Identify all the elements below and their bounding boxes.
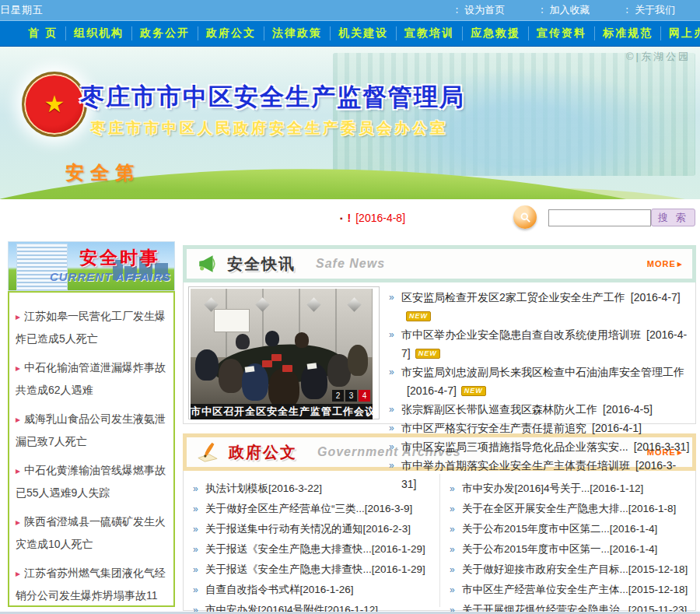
news-item[interactable]: »市中区严格实行安全生产责任提前追究[2016-4-1]: [389, 419, 691, 437]
doc-item[interactable]: »关于报送集中行动有关情况的通知[2016-2-3]: [193, 519, 432, 539]
exclamation-icon: !: [348, 212, 352, 224]
doc-item[interactable]: »关于公布2015年度市中区第二...[2016-1-4]: [450, 519, 688, 539]
news-photo-box[interactable]: 2 3 4 市中区召开全区安全生产监管工作会议: [188, 286, 380, 419]
nav-item-gov-documents[interactable]: 政府公文: [198, 26, 264, 40]
double-arrow-icon: »: [450, 479, 455, 499]
news-item[interactable]: »市中区安监局三项措施指导危化品企业落实安...[2016-3-31]: [389, 437, 691, 456]
double-arrow-icon: »: [193, 560, 198, 580]
news-date: [2016-4-5]: [603, 403, 653, 416]
news-date: [2016-3-31]: [634, 440, 690, 453]
nav-item-training[interactable]: 宣教培训: [396, 26, 462, 40]
new-badge: NEW: [415, 349, 440, 359]
photo-pagination: 2 3 4: [332, 390, 370, 402]
doc-link[interactable]: 关于报送集中行动有关情况的通知: [205, 523, 363, 535]
doc-link[interactable]: 市中安办发[2016]4号关于...: [462, 482, 590, 494]
news-item[interactable]: »市安监局刘忠波副局长来我区检查中石油油库安全管理工作[2016-4-7]NEW: [389, 363, 691, 400]
content-column: 安全快讯 Safe News MORE ▶: [183, 245, 696, 611]
notice-marquee[interactable]: ▪ ! [2016-4-8]: [340, 212, 405, 224]
doc-date: [2015-12-18]: [628, 584, 688, 595]
colon-icon: ∶: [456, 5, 458, 16]
nav-item-publicity[interactable]: 宣传资料: [528, 26, 594, 40]
person-silhouette: [265, 331, 279, 346]
double-arrow-icon: »: [389, 437, 394, 456]
doc-item[interactable]: »关于报送《安全生产隐患大排查快...[2016-1-29]: [193, 539, 432, 560]
doc-item[interactable]: »关于在全区开展安全生产隐患大排...[2016-1-8]: [450, 499, 688, 519]
about-us-label: 关于我们: [635, 3, 675, 17]
search-input[interactable]: [548, 209, 651, 226]
news-link[interactable]: 市安监局刘忠波副局长来我区检查中石油油库安全管理工作: [401, 366, 684, 378]
doc-link[interactable]: 关于做好迎接市政府安全生产目标...: [462, 563, 628, 575]
safety-slogan: 安全第: [65, 160, 140, 185]
set-homepage-label: 设为首页: [464, 3, 505, 17]
nav-item-home[interactable]: 首 页: [20, 26, 65, 40]
news-link[interactable]: 张宗辉副区长带队巡查我区森林防火工作: [401, 403, 597, 416]
nav-item-law-policy[interactable]: 法律政策: [264, 26, 330, 40]
nav-item-standards[interactable]: 标准规范: [594, 26, 660, 40]
person-silhouette: [348, 345, 368, 376]
photo-caption[interactable]: 市中区召开全区安全生产监管工作会议: [191, 404, 373, 419]
double-arrow-icon: »: [450, 560, 455, 580]
sidebar-news-item[interactable]: ▸江苏如皋一民营化工厂发生爆炸已造成5人死亡: [16, 305, 167, 349]
colon-icon: ∶: [541, 5, 543, 16]
add-favorites-link[interactable]: ∶ 加入收藏: [541, 3, 590, 17]
doc-link[interactable]: 市中区生产经营单位安全生产主体...: [462, 584, 628, 595]
doc-link[interactable]: 关于做好全区生产经营单位“三类...: [205, 503, 365, 514]
safe-news-body: 2 3 4 市中区召开全区安全生产监管工作会议 »区安监局检查开发区2家工贸企业…: [183, 282, 696, 424]
news-item[interactable]: »区安监局检查开发区2家工贸企业安全生产工作[2016-4-7]NEW: [389, 288, 691, 325]
doc-item[interactable]: »自查自改指令书式样[2016-1-26]: [193, 580, 432, 600]
doc-link[interactable]: 关于公布2015年度市中区第二...: [462, 523, 610, 535]
double-arrow-icon: »: [193, 539, 198, 560]
nav-item-organization[interactable]: 组织机构: [65, 26, 131, 40]
sidebar-news-item[interactable]: ▸中石化输油管道泄漏爆炸事故共造成62人遇难: [16, 356, 167, 401]
pagination-page-2[interactable]: 2: [332, 390, 344, 402]
nav-item-online-service[interactable]: 网上办事: [660, 26, 700, 40]
doc-link[interactable]: 执法计划模板: [205, 482, 268, 494]
current-date-label: 日星期五: [0, 3, 44, 17]
site-title: 枣庄市市中区安全生产监督管理局: [80, 81, 465, 114]
set-homepage-link[interactable]: ∶ 设为首页: [456, 3, 505, 17]
news-date: [2016-4-7]: [631, 291, 681, 303]
person-silhouette: [268, 368, 299, 409]
doc-link[interactable]: 关于在全区开展安全生产隐患大排...: [462, 503, 628, 514]
doc-date: [2016-3-9]: [365, 503, 413, 514]
news-date: [2016-4-7]: [407, 384, 457, 397]
doc-item[interactable]: »关于做好迎接市政府安全生产目标...[2015-12-18]: [450, 560, 688, 580]
sidebar-news-item[interactable]: ▸威海乳山食品公司发生液氨泄漏已致7人死亡: [16, 408, 167, 452]
gov-docs-right-column: »市中安办发[2016]4号关于...[2016-1-12] »关于在全区开展安…: [439, 474, 695, 607]
news-link[interactable]: 市中区举办企业安全隐患自查自改系统使用培训班: [401, 328, 641, 341]
double-arrow-icon: »: [450, 519, 455, 539]
news-link[interactable]: 市中区安监局三项措施指导危化品企业落实安...: [401, 440, 628, 453]
pagination-page-3[interactable]: 3: [345, 390, 357, 402]
doc-item[interactable]: »执法计划模板[2016-3-22]: [193, 479, 432, 499]
doc-item[interactable]: »关于公布2015年度市中区第一...[2016-1-4]: [450, 539, 688, 560]
doc-link[interactable]: 关于公布2015年度市中区第一...: [462, 543, 610, 555]
doc-item[interactable]: »关于报送《安全生产隐患大排查快...[2016-1-29]: [193, 560, 432, 580]
search-button[interactable]: 搜 索: [651, 209, 695, 226]
main-content: 安全时事 CURRENT AFFAIRS ▸江苏如皋一民营化工厂发生爆炸已造成5…: [0, 241, 700, 611]
doc-link[interactable]: 自查自改指令书式样: [205, 584, 300, 595]
nav-item-gov-affairs[interactable]: 政务公开: [131, 26, 198, 40]
sidebar-news-item[interactable]: ▸中石化黄潍输油管线爆燃事故已55人遇难9人失踪: [16, 459, 167, 503]
doc-item[interactable]: »市中安办发[2016]4号关于...[2016-1-12]: [450, 479, 688, 499]
news-item[interactable]: »张宗辉副区长带队巡查我区森林防火工作[2016-4-5]: [389, 400, 691, 419]
nav-item-agency-building[interactable]: 机关建设: [330, 26, 396, 40]
news-link[interactable]: 区安监局检查开发区2家工贸企业安全生产工作: [401, 291, 625, 303]
nav-item-emergency-rescue[interactable]: 应急救援: [462, 26, 528, 40]
arrow-right-icon: ▶: [677, 261, 683, 268]
news-item[interactable]: »市中区举办企业安全隐患自查自改系统使用培训班[2016-4-7]NEW: [389, 325, 691, 363]
doc-link[interactable]: 关于报送《安全生产隐患大排查快...: [205, 563, 372, 575]
doc-date: [2016-1-29]: [372, 563, 425, 575]
sidebar-news-item[interactable]: ▸陕西省澄城县一硫磺矿发生火灾造成10人死亡: [16, 510, 167, 555]
about-us-link[interactable]: ∶ 关于我们: [626, 3, 675, 17]
doc-link[interactable]: 关于报送《安全生产隐患大排查快...: [205, 543, 372, 555]
doc-item[interactable]: »市中区生产经营单位安全生产主体...[2015-12-18]: [450, 580, 688, 600]
sidebar-news-text: 中石化输油管道泄漏爆炸事故共造成62人遇难: [16, 361, 166, 396]
pagination-page-4-active[interactable]: 4: [359, 390, 370, 402]
sidebar-news-item[interactable]: ▸江苏省苏州燃气集团液化气经销分公司发生爆炸坍塌事故11人死亡: [16, 562, 167, 614]
site-subtitle: 枣庄市市中区人民政府安全生产委员会办公室: [90, 118, 448, 139]
news-link[interactable]: 市中区严格实行安全生产责任提前追究: [401, 422, 586, 434]
safe-news-more-link[interactable]: MORE ▶: [647, 259, 683, 268]
doc-item[interactable]: »关于做好全区生产经营单位“三类...[2016-3-9]: [193, 499, 432, 519]
search-icon: [513, 205, 537, 229]
news-link[interactable]: 市中举办首期落实企业安全生产主体责任培训班: [401, 459, 630, 472]
